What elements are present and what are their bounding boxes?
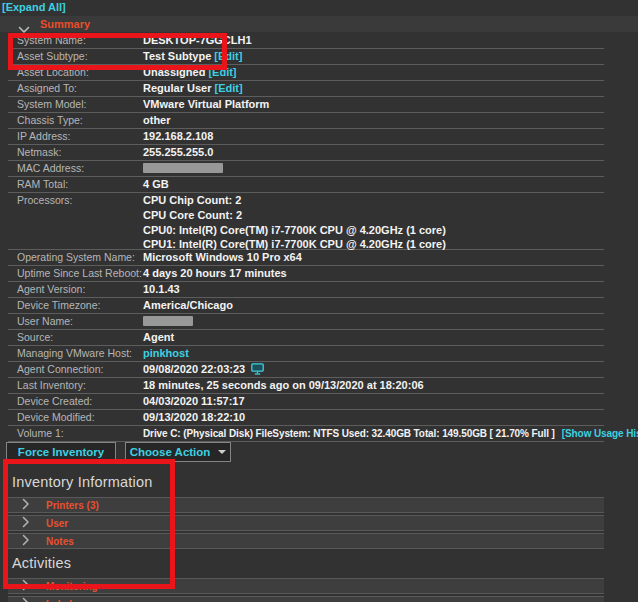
field-label: System Model:: [8, 97, 143, 112]
accordion-item-label: Labels: [46, 599, 78, 602]
field-label: Asset Location:: [8, 65, 143, 80]
section-title: Activities: [12, 555, 638, 571]
redacted-value: [143, 316, 193, 326]
accordion-item-label: User: [46, 518, 68, 529]
field-value: 04/03/2020 11:57:17: [143, 394, 245, 409]
chevron-right-icon: [22, 516, 30, 528]
table-row: Device Timezone:America/Chicago: [8, 298, 604, 314]
field-label: Managing VMware Host:: [8, 346, 143, 361]
table-row: Operating System Name:Microsoft Windows …: [8, 250, 604, 266]
caret-down-icon: [218, 450, 226, 454]
chevron-right-icon: [22, 577, 30, 595]
field-value: VMware Virtual Platform: [143, 97, 269, 112]
field-value: CPU Chip Count: 2CPU Core Count: 2CPU0: …: [143, 193, 446, 249]
table-row: User Name:: [8, 314, 604, 330]
field-label: System Name:: [8, 33, 143, 48]
accordion-item[interactable]: Monitoring: [8, 578, 604, 594]
field-value: Drive C: (Physical Disk) FileSystem: NTF…: [143, 426, 638, 441]
value-text: Microsoft Windows 10 Pro x64: [143, 250, 302, 265]
accordion-item[interactable]: Printers (3): [8, 497, 604, 513]
field-value: pinkhost: [143, 346, 189, 361]
summary-section-header[interactable]: Summary: [0, 16, 638, 32]
field-value: Microsoft Windows 10 Pro x64: [143, 250, 302, 265]
field-value: Regular User [Edit]: [143, 81, 243, 96]
field-label: RAM Total:: [8, 177, 143, 192]
table-row: Asset Location:Unassigned [Edit]: [8, 65, 604, 81]
field-label: MAC Address:: [8, 161, 143, 176]
table-row: Assigned To:Regular User [Edit]: [8, 81, 604, 97]
table-row: Processors:CPU Chip Count: 2CPU Core Cou…: [8, 193, 604, 250]
lower-sections: Inventory Information Printers (3) User …: [0, 468, 638, 602]
value-text: other: [143, 113, 171, 128]
value-text: America/Chicago: [143, 298, 233, 313]
accordion-item[interactable]: Notes: [8, 533, 604, 549]
chevron-right-icon: [22, 534, 30, 546]
expand-all-link[interactable]: [Expand All]: [2, 1, 66, 13]
field-label: Agent Connection:: [8, 362, 143, 377]
table-row: Agent Connection:09/08/2020 22:03:23: [8, 362, 604, 378]
field-value: 09/08/2020 22:03:23: [143, 362, 264, 377]
accordion-item-label: Notes: [46, 536, 74, 547]
value-text: 192.168.2.108: [143, 129, 213, 144]
field-label: Volume 1:: [8, 426, 143, 441]
table-row: MAC Address:: [8, 161, 604, 177]
field-value: [143, 161, 223, 176]
value-text: 4 GB: [143, 177, 169, 192]
value-text: Test Subtype: [143, 49, 211, 64]
value-text: 04/03/2020 11:57:17: [143, 394, 245, 409]
field-label: Agent Version:: [8, 282, 143, 297]
field-label: Processors:: [8, 193, 143, 249]
field-value: 4 days 20 hours 17 minutes: [143, 266, 287, 281]
value-text: Agent: [143, 330, 174, 345]
field-value: 192.168.2.108: [143, 129, 213, 144]
value-text: 09/08/2020 22:03:23: [143, 362, 245, 377]
value-link[interactable]: pinkhost: [143, 346, 189, 361]
field-label: Uptime Since Last Reboot:: [8, 266, 143, 281]
show-usage-history-link[interactable]: [Show Usage History]: [562, 426, 638, 441]
edit-link[interactable]: [Edit]: [214, 49, 242, 64]
value-text: Drive C: (Physical Disk) FileSystem: NTF…: [143, 426, 555, 441]
value-text: Unassigned: [143, 65, 205, 80]
chevron-right-icon: [22, 532, 30, 550]
accordion-item-label: Printers (3): [46, 500, 99, 511]
field-label: Device Timezone:: [8, 298, 143, 313]
monitor-icon[interactable]: [251, 363, 264, 375]
value-text: 10.1.43: [143, 282, 180, 297]
field-value: Agent: [143, 330, 174, 345]
table-row: System Model:VMware Virtual Platform: [8, 97, 604, 113]
chevron-right-icon: [22, 514, 30, 532]
field-label: Source:: [8, 330, 143, 345]
value-text: 4 days 20 hours 17 minutes: [143, 266, 287, 281]
field-value: 18 minutes, 25 seconds ago on 09/13/2020…: [143, 378, 424, 393]
accordion-item[interactable]: Labels: [8, 596, 604, 602]
value-text: 18 minutes, 25 seconds ago on 09/13/2020…: [143, 378, 424, 393]
field-value: 10.1.43: [143, 282, 180, 297]
value-line: CPU Chip Count: 2: [143, 193, 446, 208]
summary-table: System Name:DESKTOP-7GGCLH1Asset Subtype…: [8, 33, 604, 442]
table-row: RAM Total:4 GB: [8, 177, 604, 193]
value-text: 255.255.255.0: [143, 145, 213, 160]
field-label: User Name:: [8, 314, 143, 329]
accordion-item[interactable]: User: [8, 515, 604, 531]
field-value: DESKTOP-7GGCLH1: [143, 33, 252, 48]
table-row: Chassis Type:other: [8, 113, 604, 129]
field-value: 255.255.255.0: [143, 145, 213, 160]
table-row: Device Created:04/03/2020 11:57:17: [8, 394, 604, 410]
value-text: 09/13/2020 18:22:10: [143, 410, 245, 425]
accordion-item-label: Monitoring: [46, 581, 98, 592]
field-label: Last Inventory:: [8, 378, 143, 393]
choose-action-button[interactable]: Choose Action: [125, 442, 231, 462]
value-line: CPU Core Count: 2: [143, 208, 446, 223]
edit-link[interactable]: [Edit]: [208, 65, 236, 80]
force-inventory-label: Force Inventory: [18, 446, 104, 458]
field-value: America/Chicago: [143, 298, 233, 313]
field-label: Device Modified:: [8, 410, 143, 425]
section-title: Inventory Information: [12, 474, 638, 490]
field-value: Test Subtype [Edit]: [143, 49, 242, 64]
table-row: System Name:DESKTOP-7GGCLH1: [8, 33, 604, 49]
table-row: Volume 1:Drive C: (Physical Disk) FileSy…: [8, 426, 604, 442]
force-inventory-button[interactable]: Force Inventory: [6, 442, 116, 462]
edit-link[interactable]: [Edit]: [215, 81, 243, 96]
chevron-right-icon: [22, 579, 30, 591]
value-text: VMware Virtual Platform: [143, 97, 269, 112]
